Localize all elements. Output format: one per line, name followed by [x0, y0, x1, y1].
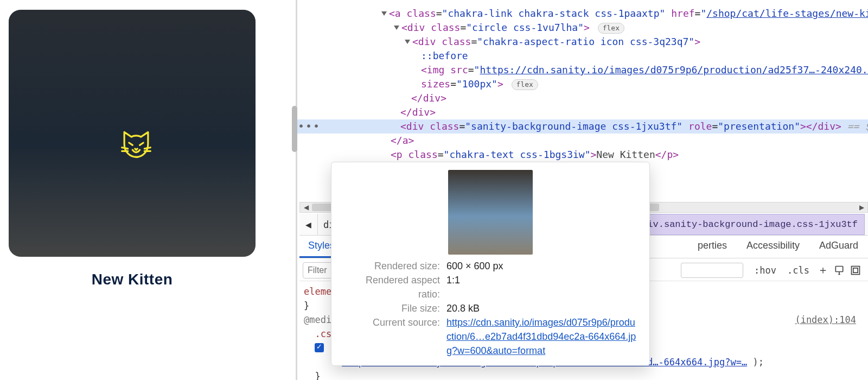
tooltip-thumbnail — [448, 170, 533, 255]
preview-scrollbar-thumb[interactable] — [292, 106, 297, 152]
flex-pill: flex — [598, 23, 624, 34]
svg-rect-2 — [853, 268, 858, 272]
declaration-enabled-checkbox[interactable] — [315, 343, 324, 352]
dom-node-before[interactable]: ::before — [297, 49, 868, 63]
dom-node-p[interactable]: <p class="chakra-text css-1bgs3iw">New K… — [297, 148, 868, 162]
svg-rect-1 — [852, 266, 860, 274]
dom-node-div-close[interactable]: </div> — [297, 105, 868, 119]
selected-line-actions-icon[interactable]: ••• — [298, 119, 321, 132]
tooltip-label: Current source: — [341, 315, 440, 358]
hov-toggle[interactable]: :hov — [749, 263, 782, 278]
tooltip-source-link[interactable]: https://cdn.sanity.io/images/d075r9p6/pr… — [446, 315, 640, 358]
image-hover-tooltip: Rendered size:600 × 600 px Rendered aspe… — [331, 162, 650, 366]
dom-node-selected[interactable]: <div class="sanity-background-image css-… — [297, 119, 868, 134]
category-card[interactable] — [9, 10, 256, 257]
tab-properties[interactable]: perties — [688, 236, 737, 258]
computed-panel-icon[interactable] — [847, 262, 864, 278]
dom-node-img[interactable]: <img src="https://cdn.sanity.io/images/d… — [297, 63, 868, 77]
tooltip-label: Rendered size: — [341, 259, 440, 273]
scroll-right-icon[interactable]: ▶ — [856, 202, 867, 212]
tooltip-label: Rendered aspect ratio: — [341, 273, 440, 301]
breadcrumb-selected[interactable]: div.sanity-background-image.css-1jxu3tf — [635, 214, 865, 235]
dom-node-a-close[interactable]: </a> — [297, 134, 868, 148]
tab-accessibility[interactable]: Accessibility — [737, 236, 809, 258]
svg-rect-0 — [835, 266, 843, 271]
tooltip-value: 20.8 kB — [446, 301, 640, 315]
device-toolbar-icon[interactable] — [831, 262, 847, 278]
dom-node-img-sizes[interactable]: sizes="100px"> flex — [297, 77, 868, 91]
flex-pill: flex — [512, 79, 538, 90]
tooltip-label: File size: — [341, 301, 440, 315]
style-rule-brace: } — [304, 369, 863, 380]
dom-node-a[interactable]: <a class="chakra-link chakra-stack css-1… — [297, 7, 868, 21]
caret-down-icon[interactable] — [381, 11, 387, 16]
new-style-rule-icon[interactable]: ＋ — [815, 262, 831, 278]
scroll-left-icon[interactable]: ◀ — [300, 202, 312, 212]
cat-face-icon — [117, 124, 155, 162]
tab-adguard[interactable]: AdGuard — [809, 236, 868, 258]
tooltip-value: 600 × 600 px — [446, 259, 640, 273]
category-caption: New Kitten — [9, 271, 256, 288]
caret-down-icon[interactable] — [394, 26, 399, 30]
tooltip-value: 1:1 — [446, 273, 640, 301]
source-link[interactable]: (index):104 — [795, 313, 856, 327]
dom-node-circle[interactable]: <div class="circle css-1vu7lha"> flex — [297, 21, 868, 35]
page-preview-pane: New Kitten — [0, 0, 296, 380]
dom-node-div-close[interactable]: </div> — [297, 91, 868, 105]
dom-node-aspect[interactable]: <div class="chakra-aspect-ratio icon css… — [297, 35, 868, 49]
cls-toggle[interactable]: .cls — [782, 263, 815, 278]
caret-down-icon[interactable] — [405, 40, 410, 44]
styles-filter-input[interactable] — [303, 262, 335, 278]
new-rule-selector-input[interactable] — [681, 263, 743, 278]
breadcrumb-back-icon[interactable]: ◀ — [299, 214, 318, 235]
